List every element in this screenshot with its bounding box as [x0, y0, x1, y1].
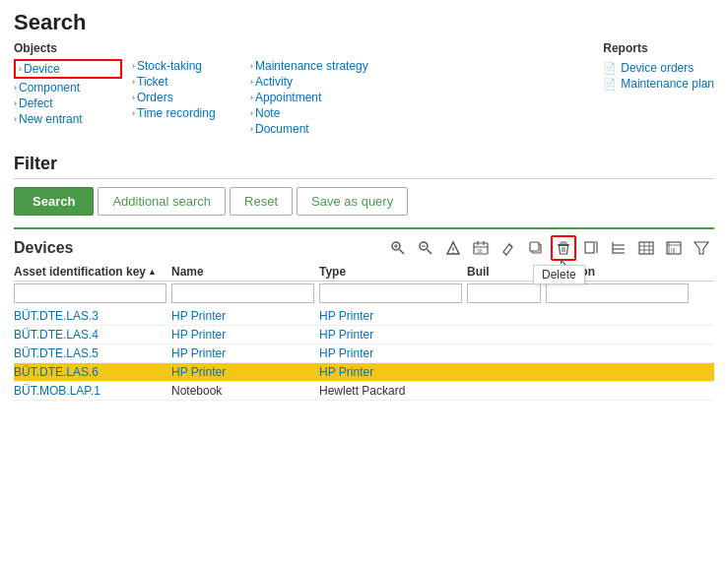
nav-component[interactable]: › Component — [14, 81, 122, 94]
nav-ticket[interactable]: › Ticket — [132, 75, 240, 89]
chevron-icon: › — [250, 77, 253, 87]
location-cell — [546, 384, 694, 398]
toolbar-detail-icon[interactable] — [413, 235, 438, 261]
filter-name-input[interactable] — [171, 283, 314, 303]
name-cell[interactable]: HP Printer — [171, 309, 319, 323]
reset-button[interactable]: Reset — [230, 187, 293, 216]
nav-activity[interactable]: › Activity — [250, 75, 388, 89]
name-cell[interactable]: HP Printer — [171, 328, 319, 342]
asset-key-cell[interactable]: BÜT.DTE.LAS.4 — [14, 328, 171, 342]
table-row: BÜT.MOB.LAP.1 Notebook Hewlett Packard — [14, 382, 714, 401]
location-cell — [546, 328, 694, 342]
asset-key-cell[interactable]: BÜT.MOB.LAP.1 — [14, 384, 171, 398]
reports-label: Reports — [603, 41, 714, 55]
type-cell: Hewlett Packard — [319, 384, 467, 398]
toolbar-filter-icon[interactable] — [689, 235, 714, 261]
chevron-icon: › — [14, 114, 17, 124]
nav-note[interactable]: › Note — [250, 106, 388, 120]
toolbar-settings-icon[interactable]: ||| — [661, 235, 687, 261]
type-cell[interactable]: HP Printer — [319, 309, 467, 323]
svg-text:|||: ||| — [671, 247, 676, 253]
save-as-query-button[interactable]: Save as query — [297, 187, 408, 216]
filter-location-input[interactable] — [546, 283, 689, 303]
filter-type-input[interactable] — [319, 283, 462, 303]
chevron-icon: › — [250, 93, 253, 102]
nav-orders[interactable]: › Orders — [132, 91, 240, 104]
nav-new-entrant[interactable]: › New entrant — [14, 112, 122, 126]
toolbar: 30 ↖ Delete — [385, 235, 714, 261]
nav-device[interactable]: › Device — [14, 59, 122, 79]
devices-header: Devices 30 — [14, 235, 714, 261]
table-row: BÜT.DTE.LAS.4 HP Printer HP Printer — [14, 326, 714, 345]
chevron-icon: › — [250, 124, 253, 134]
toolbar-calendar-icon[interactable]: 30 — [468, 235, 494, 261]
asset-key-cell[interactable]: BÜT.DTE.LAS.6 — [14, 365, 171, 379]
table-row: BÜT.DTE.LAS.3 HP Printer HP Printer — [14, 307, 714, 326]
svg-rect-17 — [530, 242, 539, 251]
svg-rect-29 — [639, 242, 653, 254]
svg-point-9 — [452, 252, 453, 253]
name-cell[interactable]: HP Printer — [171, 365, 319, 379]
type-cell[interactable]: HP Printer — [319, 365, 467, 379]
document-icon: 📄 — [603, 78, 617, 91]
location-cell — [546, 365, 694, 379]
build-cell — [467, 309, 546, 323]
nav-col-3: › Maintenance strategy › Activity › Appo… — [250, 59, 398, 136]
asset-key-cell[interactable]: BÜT.DTE.LAS.5 — [14, 346, 171, 360]
reports-section: Reports 📄 Device orders 📄 Maintenance pl… — [603, 41, 714, 91]
svg-rect-22 — [585, 242, 594, 253]
toolbar-search-detail-icon[interactable] — [385, 235, 411, 261]
table-row: BÜT.DTE.LAS.6 HP Printer HP Printer — [14, 363, 714, 382]
svg-rect-18 — [561, 242, 566, 244]
nav-defect[interactable]: › Defect — [14, 96, 122, 110]
objects-section: Objects › Device › Component › Defect — [14, 41, 398, 136]
report-device-orders[interactable]: 📄 Device orders — [603, 61, 714, 75]
table-filter-row — [14, 283, 714, 303]
type-cell[interactable]: HP Printer — [319, 328, 467, 342]
nav-col-1: › Device › Component › Defect › New entr… — [14, 59, 132, 136]
svg-text:30: 30 — [477, 248, 483, 254]
nav-appointment[interactable]: › Appointment — [250, 91, 388, 104]
nav-document[interactable]: › Document — [250, 122, 388, 136]
name-cell[interactable]: HP Printer — [171, 346, 319, 360]
col-header-name: Name — [171, 265, 319, 279]
build-cell — [467, 365, 546, 379]
chevron-icon: › — [132, 108, 135, 118]
devices-table: Asset identification key ▲ Name Type Bui… — [14, 265, 714, 401]
toolbar-list-icon[interactable] — [633, 235, 659, 261]
asset-key-cell[interactable]: BÜT.DTE.LAS.3 — [14, 309, 171, 323]
nav-stock-taking[interactable]: › Stock-taking — [132, 59, 240, 73]
toolbar-select-all-icon[interactable] — [606, 235, 631, 261]
nav-time-recording[interactable]: › Time recording — [132, 106, 240, 120]
toolbar-delete-icon[interactable]: ↖ Delete — [551, 235, 576, 261]
toolbar-copy-icon[interactable] — [523, 235, 549, 261]
chevron-icon: › — [250, 61, 253, 71]
filter-asset-input[interactable] — [14, 283, 166, 303]
objects-label: Objects — [14, 41, 398, 55]
build-cell — [467, 346, 546, 360]
chevron-icon: › — [14, 98, 17, 108]
toolbar-add-icon[interactable] — [440, 235, 466, 261]
type-cell[interactable]: HP Printer — [319, 346, 467, 360]
report-maintenance-plan[interactable]: 📄 Maintenance plan — [603, 77, 714, 91]
filter-build-input[interactable] — [467, 283, 541, 303]
chevron-icon: › — [14, 83, 17, 93]
search-button[interactable]: Search — [14, 187, 94, 216]
table-row: BÜT.DTE.LAS.5 HP Printer HP Printer — [14, 345, 714, 363]
chevron-icon: › — [19, 64, 22, 74]
toolbar-edit-icon[interactable] — [496, 235, 521, 261]
chevron-icon: › — [250, 108, 253, 118]
filter-buttons: Search Additional search Reset Save as q… — [14, 187, 714, 216]
col-header-type: Type — [319, 265, 467, 279]
column-headers: Asset identification key ▲ Name Type Bui… — [14, 265, 714, 282]
delete-tooltip: Delete — [533, 265, 585, 284]
col-header-asset: Asset identification key ▲ — [14, 265, 171, 279]
additional-search-button[interactable]: Additional search — [98, 187, 226, 216]
location-cell — [546, 309, 694, 323]
sort-arrow-icon[interactable]: ▲ — [148, 267, 157, 277]
nav-col-2: › Stock-taking › Ticket › Orders › Time … — [132, 59, 250, 136]
nav-maintenance-strategy[interactable]: › Maintenance strategy — [250, 59, 388, 73]
svg-marker-38 — [695, 242, 708, 254]
toolbar-export-icon[interactable] — [578, 235, 604, 261]
devices-section: Devices 30 — [14, 227, 714, 401]
